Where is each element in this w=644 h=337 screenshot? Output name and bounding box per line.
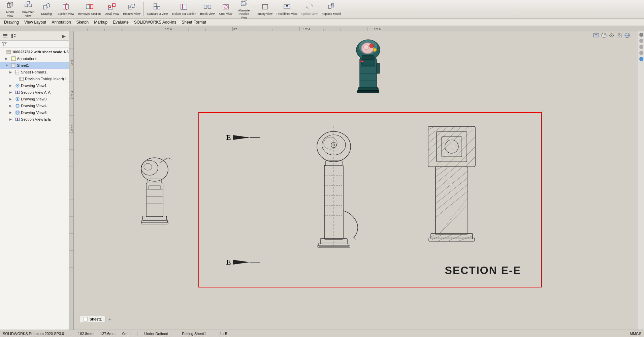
svg-line-185 — [428, 126, 462, 157]
svg-text:-177.8: -177.8 — [71, 125, 74, 132]
svg-rect-4 — [29, 4, 32, 7]
view-orientation-btn[interactable] — [593, 32, 600, 39]
section-view-ee-icon — [15, 117, 20, 122]
replace-model-label: Replace Model — [322, 12, 341, 16]
sidebar-detail-view-btn[interactable] — [10, 32, 18, 40]
broken-out-section-button[interactable]: Broken-out Section — [170, 1, 198, 18]
removed-section-button[interactable]: Removed Section — [76, 1, 102, 18]
display-style-btn[interactable] — [601, 32, 607, 39]
section-view-button[interactable]: Section View — [56, 1, 76, 18]
tree-item-drawing-view4[interactable]: ▶ Drawing View4 — [0, 102, 69, 109]
root-icon — [6, 49, 11, 55]
tree-item-drawing-view3[interactable]: ▶ Drawing View3 — [0, 96, 69, 102]
relative-view-button[interactable]: Relative View — [121, 1, 142, 18]
detail-view-button[interactable]: Detail View — [103, 1, 121, 18]
drawing-view3-icon — [15, 96, 20, 102]
globe-btn[interactable] — [624, 32, 631, 39]
svg-rect-15 — [86, 5, 90, 9]
drawing-canvas[interactable]: E E — [74, 31, 638, 330]
coord-z: 0mm — [122, 332, 130, 336]
menu-view-layout[interactable]: View Layout — [22, 19, 49, 25]
tree-arrow-drawing-view3: ▶ — [9, 97, 13, 101]
sidebar-expand-btn[interactable]: ▶ — [60, 32, 67, 40]
sidebar-toolbar: ▶ — [0, 31, 69, 41]
svg-text:-127: -127 — [71, 59, 74, 65]
sheet1-tab[interactable]: Sheet1 — [80, 316, 105, 322]
menu-markup[interactable]: Markup — [91, 19, 110, 25]
update-view-button[interactable]: Update View — [300, 1, 319, 18]
hide-show-btn[interactable] — [608, 32, 615, 39]
sheet1-tab-label: Sheet1 — [90, 317, 102, 321]
main-sheet[interactable]: E E — [94, 38, 638, 301]
crop-view-button[interactable]: Crop View — [217, 1, 234, 18]
add-sheet-btn[interactable]: + — [106, 316, 114, 322]
section-view-icon — [62, 2, 70, 11]
tree-item-sheet-format1[interactable]: ▶ Sheet Format1 — [0, 69, 69, 75]
menu-solidworks-addins[interactable]: SOLIDWORKS Add-Ins — [131, 19, 179, 25]
menu-evaluate[interactable]: Evaluate — [110, 19, 131, 25]
right-panel-btn-4[interactable] — [639, 51, 643, 55]
filter-icon — [2, 42, 7, 47]
empty-view-icon — [261, 2, 269, 11]
canvas-area[interactable]: -177.8 -152.4 -127 — [69, 31, 638, 330]
svg-rect-3 — [25, 4, 28, 7]
section-arrow-bottom: E — [226, 258, 260, 267]
tree-item-sheet1[interactable]: ▼ Sheet1 — [0, 62, 69, 69]
menu-sheet-format[interactable]: Sheet Format — [179, 19, 209, 25]
tree-item-revision-table[interactable]: Revision Table(Linked)1 — [0, 75, 69, 82]
tree-arrow-drawing-view5: ▶ — [9, 111, 13, 114]
annotations-icon — [11, 56, 16, 61]
auxiliary-view-icon — [42, 2, 51, 11]
sheet-format1-icon — [15, 69, 20, 75]
svg-marker-39 — [312, 5, 313, 6]
camera-btn[interactable] — [616, 32, 623, 39]
tree-item-section-view-ee[interactable]: ▶ Section View E-E — [0, 116, 69, 123]
break-view-label: Break View — [200, 12, 215, 16]
status-sep-1 — [71, 331, 71, 336]
status-sep-2 — [137, 331, 137, 336]
svg-line-145 — [168, 158, 171, 159]
tree-item-drawing-view1[interactable]: ▶ Drawing View1 — [0, 82, 69, 89]
empty-view-button[interactable]: Empty View — [256, 1, 274, 18]
menu-drawing[interactable]: Drawing — [1, 19, 22, 25]
right-panel-btn-5[interactable] — [639, 57, 643, 61]
section-view-aa-icon — [15, 90, 20, 95]
svg-rect-153 — [142, 220, 167, 223]
auxiliary-view-button[interactable]: Drawing — [38, 1, 55, 18]
scale-value: 1 : 5 — [220, 332, 227, 336]
standard-3view-label: Standard 3 View — [147, 12, 168, 16]
model-view-label: Model View — [6, 10, 14, 17]
sidebar-list-view-btn[interactable] — [1, 32, 9, 40]
right-section-drawing — [418, 120, 485, 281]
svg-rect-60 — [3, 34, 7, 35]
status-defined: Under Defined — [144, 332, 168, 336]
svg-rect-194 — [436, 167, 468, 234]
model-view-button[interactable]: Model View — [1, 1, 19, 18]
tree-item-root[interactable]: 1000237812 with sheet scale 1-5 — [0, 49, 69, 55]
ruler-ticks — [71, 26, 644, 31]
projected-view-button[interactable]: Projected View — [20, 1, 37, 18]
standard-3view-button[interactable]: Standard 3 View — [145, 1, 169, 18]
svg-rect-80 — [20, 77, 24, 81]
menu-annotation[interactable]: Annotation — [49, 19, 73, 25]
alternate-position-view-button[interactable]: Alternate Position View — [235, 1, 253, 18]
replace-model-button[interactable]: Replace Model — [320, 1, 343, 18]
right-panel-btn-2[interactable] — [639, 39, 643, 43]
svg-line-210 — [448, 234, 464, 241]
drawing-view5-label: Drawing View5 — [21, 111, 47, 115]
menu-sketch[interactable]: Sketch — [74, 19, 92, 25]
svg-rect-66 — [14, 36, 15, 37]
center-section-drawing — [300, 120, 367, 281]
tree-arrow-sheet-format1: ▶ — [9, 70, 13, 74]
tree-item-section-view-aa[interactable]: ▶ Section View A-A — [0, 89, 69, 96]
predefined-view-button[interactable]: ▣ Predefined View — [275, 1, 299, 18]
right-panel-btn-3[interactable] — [639, 45, 643, 49]
toolbar-sep-1 — [143, 2, 144, 16]
right-panel-btn-1[interactable] — [639, 33, 643, 37]
tree-item-drawing-view5[interactable]: ▶ Drawing View5 — [0, 109, 69, 116]
status-sep-3 — [175, 331, 175, 336]
break-view-button[interactable]: Break View — [198, 1, 216, 18]
tree-item-annotations[interactable]: ▶ Annotations — [0, 55, 69, 62]
drawing-view5-icon — [15, 110, 20, 115]
removed-section-label: Removed Section — [78, 12, 101, 16]
